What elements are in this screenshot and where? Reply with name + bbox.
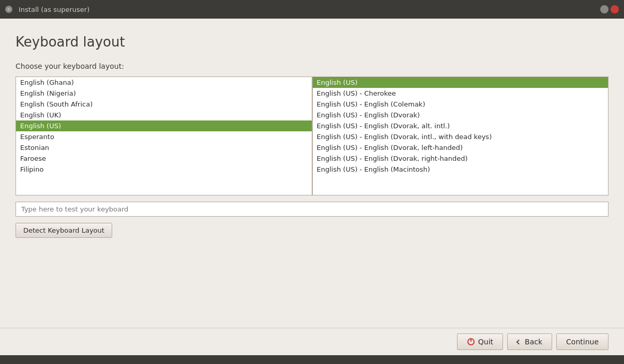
list-item[interactable]: English (US) - English (Macintosh)	[313, 164, 608, 175]
language-list[interactable]: English (Ghana)English (Nigeria)English …	[16, 77, 312, 195]
test-input-container	[16, 202, 608, 217]
minimize-button[interactable]	[600, 5, 608, 13]
power-icon	[467, 338, 475, 346]
list-item[interactable]: Filipino	[16, 164, 312, 175]
subtitle: Choose your keyboard layout:	[16, 62, 608, 70]
list-item[interactable]: English (South Africa)	[16, 99, 312, 110]
list-item[interactable]: English (US) - English (Dvorak, alt. int…	[313, 120, 608, 131]
step-indicator	[0, 355, 624, 364]
svg-rect-3	[470, 339, 471, 342]
window-controls	[600, 5, 619, 13]
quit-button[interactable]: Quit	[457, 333, 503, 350]
list-item[interactable]: English (US) - English (Dvorak)	[313, 110, 608, 120]
variant-list[interactable]: English (US)English (US) - CherokeeEngli…	[312, 77, 609, 195]
titlebar-icon	[5, 6, 12, 13]
titlebar-title: Install (as superuser)	[19, 6, 89, 13]
list-item[interactable]: English (UK)	[16, 110, 312, 120]
chevron-left-icon	[516, 339, 522, 344]
keyboard-test-input[interactable]	[16, 202, 608, 217]
list-item[interactable]: Esperanto	[16, 131, 312, 142]
list-item[interactable]: Faroese	[16, 153, 312, 164]
continue-button[interactable]: Continue	[556, 333, 608, 350]
list-item[interactable]: English (US)	[16, 120, 312, 131]
keyboard-layout-lists: English (Ghana)English (Nigeria)English …	[16, 77, 608, 195]
svg-point-1	[7, 8, 10, 11]
main-content: Keyboard layout Choose your keyboard lay…	[0, 19, 624, 328]
close-button[interactable]	[611, 5, 619, 13]
detect-keyboard-layout-button[interactable]: Detect Keyboard Layout	[16, 223, 112, 238]
titlebar: Install (as superuser)	[0, 0, 624, 19]
list-item[interactable]: English (US) - English (Dvorak, right-ha…	[313, 153, 608, 164]
list-item[interactable]: English (Ghana)	[16, 77, 312, 88]
list-item[interactable]: English (US) - English (Dvorak, intl., w…	[313, 131, 608, 142]
list-item[interactable]: English (US) - English (Dvorak, left-han…	[313, 142, 608, 153]
back-button[interactable]: Back	[507, 333, 552, 350]
list-item[interactable]: Estonian	[16, 142, 312, 153]
action-bar: Quit Back Continue	[0, 328, 624, 355]
list-item[interactable]: English (US) - English (Colemak)	[313, 99, 608, 110]
list-item[interactable]: English (US)	[313, 77, 608, 88]
list-item[interactable]: English (US) - Cherokee	[313, 88, 608, 99]
list-item[interactable]: English (Nigeria)	[16, 88, 312, 99]
page-title: Keyboard layout	[16, 34, 608, 50]
